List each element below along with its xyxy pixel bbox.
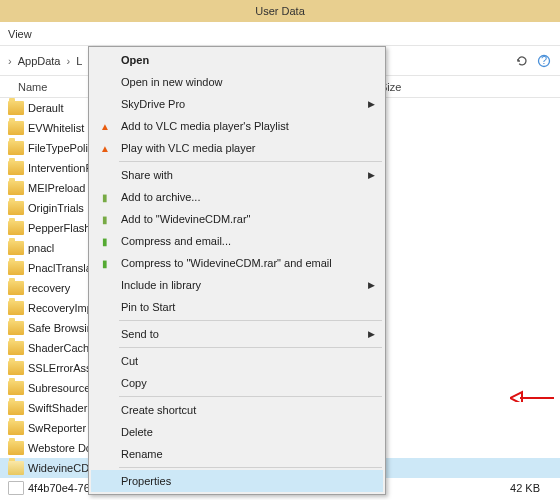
- archive-icon: ▮: [97, 189, 113, 205]
- window-titlebar: User Data: [0, 0, 560, 22]
- ctx-cut[interactable]: Cut: [91, 350, 383, 372]
- ctx-vlc-add-playlist[interactable]: ▲Add to VLC media player's Playlist: [91, 115, 383, 137]
- submenu-arrow-icon: ▶: [368, 329, 375, 339]
- folder-icon: [8, 121, 24, 135]
- ctx-copy[interactable]: Copy: [91, 372, 383, 394]
- folder-icon: [8, 341, 24, 355]
- ctx-create-shortcut[interactable]: Create shortcut: [91, 399, 383, 421]
- vlc-icon: ▲: [97, 118, 113, 134]
- breadcrumb-seg[interactable]: AppData: [18, 55, 61, 67]
- folder-icon: [8, 101, 24, 115]
- folder-icon: [8, 401, 24, 415]
- folder-icon: [8, 461, 24, 475]
- help-icon[interactable]: ?: [536, 53, 552, 69]
- folder-icon: [8, 321, 24, 335]
- ctx-rename[interactable]: Rename: [91, 443, 383, 465]
- folder-icon: [8, 381, 24, 395]
- archive-email-icon: ▮: [97, 233, 113, 249]
- archive-icon: ▮: [97, 211, 113, 227]
- ctx-pin-start[interactable]: Pin to Start: [91, 296, 383, 318]
- refresh-dropdown-icon[interactable]: [514, 53, 530, 69]
- cell-size: 42 KB: [388, 482, 560, 494]
- ctx-compress-email[interactable]: ▮Compress and email...: [91, 230, 383, 252]
- ctx-vlc-play[interactable]: ▲Play with VLC media player: [91, 137, 383, 159]
- folder-icon: [8, 181, 24, 195]
- folder-icon: [8, 141, 24, 155]
- ctx-properties[interactable]: Properties: [91, 470, 383, 492]
- svg-text:?: ?: [541, 54, 547, 66]
- folder-icon: [8, 221, 24, 235]
- folder-icon: [8, 421, 24, 435]
- folder-icon: [8, 261, 24, 275]
- folder-icon: [8, 361, 24, 375]
- ctx-add-rar[interactable]: ▮Add to "WidevineCDM.rar": [91, 208, 383, 230]
- submenu-arrow-icon: ▶: [368, 99, 375, 109]
- column-size[interactable]: Size: [380, 81, 560, 93]
- separator: [119, 320, 382, 321]
- submenu-arrow-icon: ▶: [368, 280, 375, 290]
- ctx-add-archive[interactable]: ▮Add to archive...: [91, 186, 383, 208]
- ctx-compress-rar-email[interactable]: ▮Compress to "WidevineCDM.rar" and email: [91, 252, 383, 274]
- separator: [119, 467, 382, 468]
- separator: [119, 347, 382, 348]
- archive-email-icon: ▮: [97, 255, 113, 271]
- ctx-delete[interactable]: Delete: [91, 421, 383, 443]
- separator: [119, 161, 382, 162]
- folder-icon: [8, 301, 24, 315]
- ctx-share-with[interactable]: Share with▶: [91, 164, 383, 186]
- breadcrumb[interactable]: › AppData › L: [8, 55, 82, 67]
- ctx-send-to[interactable]: Send to▶: [91, 323, 383, 345]
- chevron-right-icon: ›: [8, 55, 12, 67]
- chevron-right-icon: ›: [66, 55, 70, 67]
- menu-view[interactable]: View: [8, 28, 32, 40]
- folder-icon: [8, 281, 24, 295]
- folder-icon: [8, 201, 24, 215]
- folder-icon: [8, 241, 24, 255]
- window-title: User Data: [255, 5, 305, 17]
- ctx-open-new-window[interactable]: Open in new window: [91, 71, 383, 93]
- ctx-skydrive-pro[interactable]: SkyDrive Pro▶: [91, 93, 383, 115]
- menubar: View: [0, 22, 560, 46]
- file-icon: [8, 481, 24, 495]
- ctx-open[interactable]: Open: [91, 49, 383, 71]
- folder-icon: [8, 161, 24, 175]
- ctx-include-library[interactable]: Include in library▶: [91, 274, 383, 296]
- submenu-arrow-icon: ▶: [368, 170, 375, 180]
- vlc-icon: ▲: [97, 140, 113, 156]
- separator: [119, 396, 382, 397]
- folder-icon: [8, 441, 24, 455]
- breadcrumb-seg[interactable]: L: [76, 55, 82, 67]
- context-menu: Open Open in new window SkyDrive Pro▶ ▲A…: [88, 46, 386, 495]
